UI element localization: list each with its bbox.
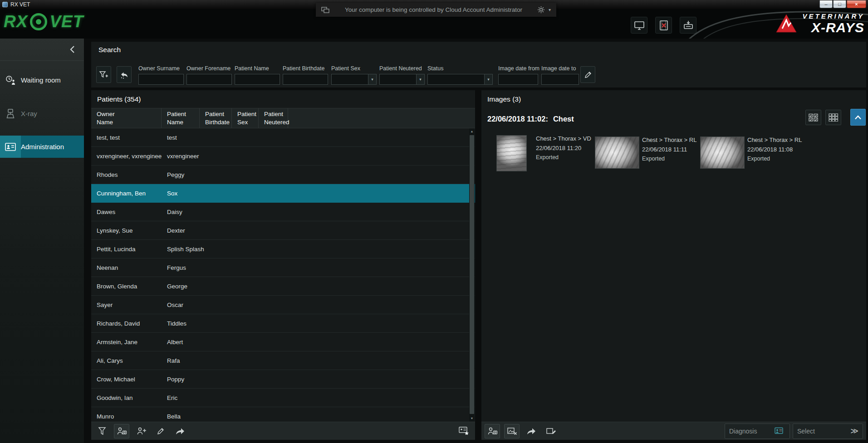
field-label: Patient Birthdate xyxy=(283,65,328,72)
image-datetime: 22/06/2018 11:08 xyxy=(747,145,802,154)
remote-control-text: Your computer is being controlled by Clo… xyxy=(333,6,534,13)
table-row[interactable]: NeenanFergus xyxy=(91,258,475,277)
export-patient-button[interactable] xyxy=(172,424,188,438)
table-row[interactable]: vxrengineer, vxrengineervxrengineer xyxy=(91,147,475,166)
sidebar-item-waiting-room[interactable]: Waiting room xyxy=(0,69,84,91)
column-header-patient-neutered[interactable]: PatientNeutered xyxy=(259,108,288,128)
filter-patients-button[interactable] xyxy=(94,424,110,438)
owner-cell: Armstein, Jane xyxy=(91,339,162,346)
scroll-down-icon[interactable]: ▼ xyxy=(471,415,474,421)
collapse-study-button[interactable] xyxy=(850,109,866,126)
brand-line2: X-RAYS xyxy=(803,21,864,34)
maximize-button[interactable]: □ xyxy=(833,0,846,8)
column-header-owner-name[interactable]: OwnerName xyxy=(91,108,162,128)
patient-images-button[interactable] xyxy=(114,424,129,438)
dropdown-arrow-icon: ▾ xyxy=(368,74,376,84)
table-row[interactable]: SayerOscar xyxy=(91,296,475,314)
minimize-button[interactable]: – xyxy=(819,0,833,8)
select-button[interactable]: Select ≫ xyxy=(793,424,863,439)
image-edit-icon xyxy=(546,427,556,436)
field-label: Patient Name xyxy=(235,65,280,72)
edit-patient-button[interactable] xyxy=(153,424,168,438)
patient-sex-select[interactable]: ▾ xyxy=(331,74,377,85)
gear-icon[interactable] xyxy=(538,6,544,13)
table-row[interactable]: DawesDaisy xyxy=(91,203,475,221)
brand-line1: VETERINARY xyxy=(803,13,864,19)
patient-images-icon xyxy=(487,427,498,436)
table-row[interactable]: Ali, CarysRafa xyxy=(91,351,475,370)
scrollbar-thumb[interactable] xyxy=(470,135,474,414)
select-all-images-button[interactable] xyxy=(805,110,821,125)
owner-cell: vxrengineer, vxrengineer xyxy=(91,153,162,160)
add-patient-button[interactable] xyxy=(133,424,149,438)
table-row[interactable]: Crow, MichaelPoppy xyxy=(91,370,475,389)
table-row[interactable]: Pettit, LucindaSplish Splash xyxy=(91,240,475,258)
column-header-filler xyxy=(288,108,475,128)
study-datetime: 22/06/2018 11:02: xyxy=(487,115,548,123)
patient-cell: Bella xyxy=(162,413,181,420)
image-date-from-input[interactable] xyxy=(498,74,538,85)
monitor-button[interactable] xyxy=(631,17,647,34)
owner-surname-input[interactable] xyxy=(138,74,184,85)
table-row[interactable]: test, testtest xyxy=(91,128,475,147)
monitor-icon xyxy=(633,20,645,31)
image-thumbnail[interactable] xyxy=(496,135,527,171)
column-header-patient-sex[interactable]: PatientSex xyxy=(232,108,259,128)
table-row[interactable]: Brown, GlendaGeorge xyxy=(91,277,475,296)
patient-birthdate-input[interactable] xyxy=(283,74,328,85)
sidebar-item-administration[interactable]: Administration xyxy=(0,136,84,158)
table-row[interactable]: Richards, DavidTiddles xyxy=(91,314,475,333)
diagnosis-button[interactable]: Diagnosis xyxy=(725,424,790,439)
image-date-to-input[interactable] xyxy=(541,74,579,85)
rx-vet-logo: RX VET xyxy=(4,12,83,31)
filter-add-icon xyxy=(99,70,108,79)
field-label: Patient Neutered xyxy=(379,65,425,72)
owner-forename-input[interactable] xyxy=(186,74,232,85)
image-meta: Chest > Thorax > RL 22/06/2018 11:08 Exp… xyxy=(747,135,802,164)
field-label: Owner Forename xyxy=(186,65,232,72)
xray-icon xyxy=(0,102,21,125)
image-thumbnail[interactable] xyxy=(700,136,745,169)
table-row[interactable]: Armstein, JaneAlbert xyxy=(91,333,475,351)
status-field: Status ▾ xyxy=(427,65,493,85)
scroll-up-icon[interactable]: ▲ xyxy=(471,128,474,134)
image-status: Exported xyxy=(747,154,802,164)
double-chevron-icon: ≫ xyxy=(850,426,858,436)
deselect-all-images-button[interactable] xyxy=(825,110,841,125)
patient-neutered-field: Patient Neutered ▾ xyxy=(379,65,425,85)
reject-film-button[interactable] xyxy=(655,17,672,34)
sidebar-collapse-button[interactable] xyxy=(0,39,84,61)
owner-cell: Munro xyxy=(91,413,162,420)
edit-search-button[interactable] xyxy=(580,66,595,83)
search-row: Owner Surname Owner Forename Patient Nam… xyxy=(96,65,862,86)
table-row[interactable]: Goodwin, IanEric xyxy=(91,389,475,407)
patient-card-favourite-button[interactable] xyxy=(456,424,472,438)
patient-cell: Fergus xyxy=(162,264,186,271)
column-header-patient-birthdate[interactable]: PatientBirthdate xyxy=(200,108,232,128)
add-filter-button[interactable] xyxy=(96,66,111,83)
recent-search-button[interactable] xyxy=(117,66,132,83)
image-status: Exported xyxy=(536,153,591,162)
chevron-down-icon[interactable]: ▾ xyxy=(549,7,551,12)
column-header-patient-name[interactable]: PatientName xyxy=(162,108,200,128)
patient-cell: Peggy xyxy=(162,171,184,178)
table-row-selected[interactable]: Cunningham, BenSox xyxy=(91,184,475,203)
owner-forename-field: Owner Forename xyxy=(186,65,232,85)
table-row[interactable]: Lynskey, SueDexter xyxy=(91,221,475,240)
table-row[interactable]: MunroBella xyxy=(91,407,475,421)
export-image-button[interactable] xyxy=(524,424,539,438)
annotate-image-button[interactable] xyxy=(543,424,559,438)
close-button[interactable]: × xyxy=(847,0,866,8)
patient-name-input[interactable] xyxy=(235,74,280,85)
table-row[interactable]: RhodesPeggy xyxy=(91,166,475,184)
images-title: Images (3) xyxy=(481,90,866,108)
veterinary-xrays-brand: VETERINARY X-RAYS xyxy=(687,9,868,39)
card-star-icon xyxy=(459,426,470,436)
patients-scrollbar[interactable]: ▲ ▼ xyxy=(469,128,475,421)
sidebar-item-xray[interactable]: X-ray xyxy=(0,102,84,125)
patient-neutered-select[interactable]: ▾ xyxy=(379,74,425,85)
patient-images-button[interactable] xyxy=(485,424,500,438)
image-thumbnail[interactable] xyxy=(595,136,639,169)
delete-image-button[interactable] xyxy=(504,424,520,438)
status-select[interactable]: ▾ xyxy=(427,74,493,85)
